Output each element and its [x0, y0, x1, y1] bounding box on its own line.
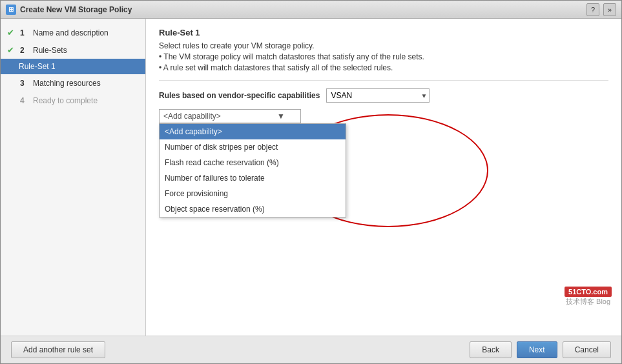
footer: Add another rule set Back Next Cancel: [1, 336, 621, 363]
sidebar-item-matching-resources[interactable]: 3 Matching resources: [1, 74, 145, 92]
check-icon-1: ✔: [7, 28, 16, 37]
capability-option-force-provisioning[interactable]: Force provisioning: [160, 186, 346, 201]
watermark-logo: 51CTO.com: [565, 287, 612, 297]
capability-option-space-reservation[interactable]: Object space reservation (%): [160, 201, 346, 217]
main-window: ⊞ Create New VM Storage Policy ? » ✔ 1 N…: [0, 0, 622, 364]
desc-line-3: • A rule set will match datastores that …: [159, 63, 608, 72]
rules-row: Rules based on vendor-specific capabilit…: [159, 88, 608, 103]
capability-option-disk-stripes[interactable]: Number of disk stripes per object: [160, 139, 346, 155]
check-icon-2: ✔: [7, 45, 16, 55]
desc-line-2: • The VM storage policy will match datas…: [159, 52, 608, 61]
watermark-sub: 技术博客 Blog: [565, 297, 612, 307]
step-label-3: Matching resources: [33, 79, 101, 88]
main-content-area: Rule-Set 1 Select rules to create your V…: [146, 19, 621, 336]
sidebar-item-rule-sets[interactable]: ✔ 2 Rule-Sets: [1, 41, 145, 59]
capability-option-add[interactable]: <Add capability>: [160, 124, 346, 139]
watermark: 51CTO.com 技术博客 Blog: [565, 287, 612, 307]
vendor-dropdown-wrapper: VSAN ▼: [326, 88, 430, 103]
step-num-4: 4: [20, 96, 29, 105]
capability-option-failures-tolerate[interactable]: Number of failures to tolerate: [160, 170, 346, 186]
window-icon: ⊞: [6, 5, 16, 15]
sidebar-item-ready: 4 Ready to complete: [1, 92, 145, 109]
vendor-dropdown[interactable]: VSAN: [326, 88, 430, 103]
section-title: Rule-Set 1: [159, 28, 608, 37]
back-button[interactable]: Back: [470, 341, 512, 358]
rules-label: Rules based on vendor-specific capabilit…: [159, 91, 320, 100]
title-bar: ⊞ Create New VM Storage Policy ? »: [1, 1, 621, 19]
check-icon-3: [7, 78, 16, 88]
capability-dropdown-list: <Add capability> Number of disk stripes …: [159, 123, 346, 217]
capability-select-box[interactable]: <Add capability> ▼: [159, 109, 301, 123]
cancel-button[interactable]: Cancel: [563, 341, 611, 358]
check-icon-4: [7, 96, 16, 105]
window-title: Create New VM Storage Policy: [20, 5, 132, 14]
expand-button[interactable]: »: [603, 3, 616, 16]
step-label-2a: Rule-Set 1: [19, 62, 56, 71]
help-button[interactable]: ?: [586, 3, 599, 16]
desc-line-1: Select rules to create your VM storage p…: [159, 41, 608, 50]
step-num-2: 2: [20, 46, 29, 55]
title-bar-left: ⊞ Create New VM Storage Policy: [6, 5, 132, 15]
sidebar-item-name-desc[interactable]: ✔ 1 Name and description: [1, 24, 145, 41]
footer-right: Back Next Cancel: [470, 341, 611, 358]
capability-placeholder: <Add capability>: [163, 112, 221, 121]
sidebar: ✔ 1 Name and description ✔ 2 Rule-Sets R…: [1, 19, 146, 336]
step-num-1: 1: [20, 28, 29, 37]
capability-container: <Add capability> ▼ <Add capability> Numb…: [159, 109, 301, 123]
capability-option-flash-cache[interactable]: Flash read cache reservation (%): [160, 155, 346, 170]
next-button[interactable]: Next: [517, 341, 557, 358]
capability-arrow-icon: ▼: [277, 112, 285, 121]
title-bar-actions: ? »: [586, 3, 616, 16]
content-area: ✔ 1 Name and description ✔ 2 Rule-Sets R…: [1, 19, 621, 336]
step-num-3: 3: [20, 79, 29, 88]
sidebar-item-rule-set-1[interactable]: Rule-Set 1: [1, 59, 145, 74]
divider-1: [159, 80, 608, 81]
footer-left: Add another rule set: [11, 341, 105, 358]
step-label-2: Rule-Sets: [33, 46, 67, 55]
add-rule-set-button[interactable]: Add another rule set: [11, 341, 105, 358]
step-label-1: Name and description: [33, 28, 109, 37]
step-label-4: Ready to complete: [33, 96, 98, 105]
